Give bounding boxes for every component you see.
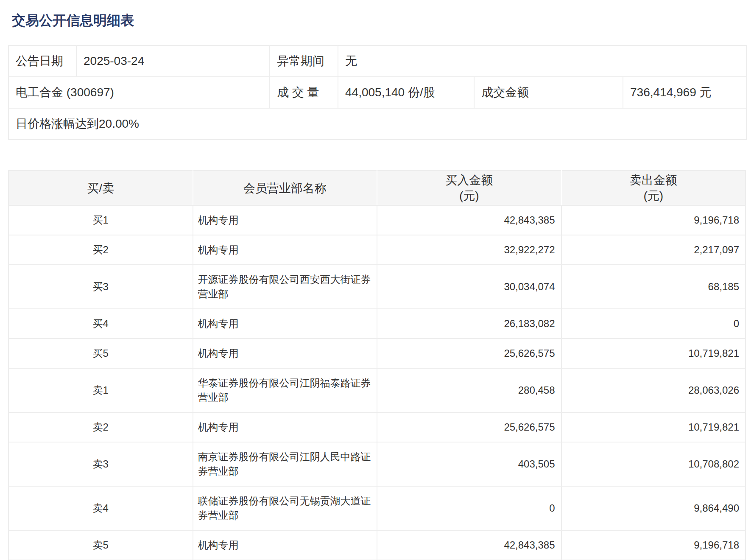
header-sell-amount-line2: (元)	[562, 188, 746, 204]
broker-cell: 机构专用	[193, 339, 377, 368]
buy-amount-cell: 30,034,074	[377, 265, 561, 309]
broker-cell: 机构专用	[193, 309, 377, 339]
buy-amount-cell: 42,843,385	[377, 530, 561, 560]
buy-amount-cell: 32,922,272	[377, 235, 561, 265]
table-row: 卖3 南京证券股份有限公司江阴人民中路证券营业部 403,505 10,708,…	[8, 442, 746, 486]
abnormal-period-value: 无	[338, 45, 746, 77]
buy-amount-cell: 42,843,385	[377, 205, 561, 235]
broker-cell: 机构专用	[193, 412, 377, 442]
table-row: 买5 机构专用 25,626,575 10,719,821	[8, 339, 746, 368]
sell-amount-cell: 28,063,026	[561, 368, 746, 412]
sell-amount-cell: 10,708,802	[561, 442, 746, 486]
sell-amount-cell: 9,196,718	[561, 530, 746, 560]
announce-date-label: 公告日期	[8, 45, 76, 77]
side-cell: 买4	[8, 309, 193, 339]
volume-value: 44,005,140 份/股	[338, 77, 474, 108]
announce-date-value: 2025-03-24	[76, 45, 270, 77]
table-row: 卖5 机构专用 42,843,385 9,196,718	[8, 530, 746, 560]
broker-cell: 华泰证券股份有限公司江阴福泰路证券营业部	[193, 368, 377, 412]
header-buy-amount-line2: (元)	[377, 188, 561, 204]
summary-row-stock: 电工合金 (300697) 成 交 量 44,005,140 份/股 成交金额 …	[8, 77, 746, 108]
header-broker: 会员营业部名称	[193, 171, 377, 205]
side-cell: 卖5	[8, 530, 193, 560]
stock-name: 电工合金 (300697)	[8, 77, 270, 108]
side-cell: 卖1	[8, 368, 193, 412]
abnormal-period-label: 异常期间	[270, 45, 338, 77]
header-sell-amount-line1: 卖出金额	[562, 172, 746, 188]
buy-amount-cell: 25,626,575	[377, 339, 561, 368]
broker-cell: 机构专用	[193, 530, 377, 560]
price-limit-note: 日价格涨幅达到20.00%	[8, 108, 746, 140]
side-cell: 买5	[8, 339, 193, 368]
buy-amount-cell: 26,183,082	[377, 309, 561, 339]
broker-cell: 机构专用	[193, 205, 377, 235]
header-buy-amount: 买入金额 (元)	[377, 171, 561, 205]
table-row: 卖1 华泰证券股份有限公司江阴福泰路证券营业部 280,458 28,063,0…	[8, 368, 746, 412]
side-cell: 买3	[8, 265, 193, 309]
sell-amount-cell: 9,864,490	[561, 486, 746, 530]
detail-table: 买/卖 会员营业部名称 买入金额 (元) 卖出金额 (元) 买1 机构专用 42…	[8, 170, 746, 560]
turnover-label: 成交金额	[474, 77, 623, 108]
table-row: 买2 机构专用 32,922,272 2,217,097	[8, 235, 746, 265]
summary-row-date: 公告日期 2025-03-24 异常期间 无	[8, 45, 746, 77]
broker-cell: 开源证券股份有限公司西安西大街证券营业部	[193, 265, 377, 309]
buy-amount-cell: 0	[377, 486, 561, 530]
table-row: 卖4 联储证券股份有限公司无锡贡湖大道证券营业部 0 9,864,490	[8, 486, 746, 530]
broker-cell: 联储证券股份有限公司无锡贡湖大道证券营业部	[193, 486, 377, 530]
side-cell: 卖4	[8, 486, 193, 530]
table-row: 买1 机构专用 42,843,385 9,196,718	[8, 205, 746, 235]
buy-amount-cell: 403,505	[377, 442, 561, 486]
table-row: 买3 开源证券股份有限公司西安西大街证券营业部 30,034,074 68,18…	[8, 265, 746, 309]
volume-label: 成 交 量	[270, 77, 338, 108]
header-buy-amount-line1: 买入金额	[377, 172, 561, 188]
detail-header-row: 买/卖 会员营业部名称 买入金额 (元) 卖出金额 (元)	[8, 171, 746, 205]
sell-amount-cell: 2,217,097	[561, 235, 746, 265]
buy-amount-cell: 280,458	[377, 368, 561, 412]
sell-amount-cell: 10,719,821	[561, 339, 746, 368]
table-row: 买4 机构专用 26,183,082 0	[8, 309, 746, 339]
sell-amount-cell: 0	[561, 309, 746, 339]
header-sell-amount: 卖出金额 (元)	[561, 171, 746, 205]
side-cell: 买1	[8, 205, 193, 235]
side-cell: 买2	[8, 235, 193, 265]
turnover-value: 736,414,969 元	[623, 77, 746, 108]
side-cell: 卖3	[8, 442, 193, 486]
page-title: 交易公开信息明细表	[12, 12, 754, 29]
broker-cell: 南京证券股份有限公司江阴人民中路证券营业部	[193, 442, 377, 486]
sell-amount-cell: 68,185	[561, 265, 746, 309]
summary-table: 公告日期 2025-03-24 异常期间 无 电工合金 (300697) 成 交…	[8, 45, 747, 140]
table-row: 卖2 机构专用 25,626,575 10,719,821	[8, 412, 746, 442]
broker-cell: 机构专用	[193, 235, 377, 265]
buy-amount-cell: 25,626,575	[377, 412, 561, 442]
sell-amount-cell: 10,719,821	[561, 412, 746, 442]
sell-amount-cell: 9,196,718	[561, 205, 746, 235]
side-cell: 卖2	[8, 412, 193, 442]
summary-row-reason: 日价格涨幅达到20.00%	[8, 108, 746, 140]
header-side: 买/卖	[8, 171, 193, 205]
